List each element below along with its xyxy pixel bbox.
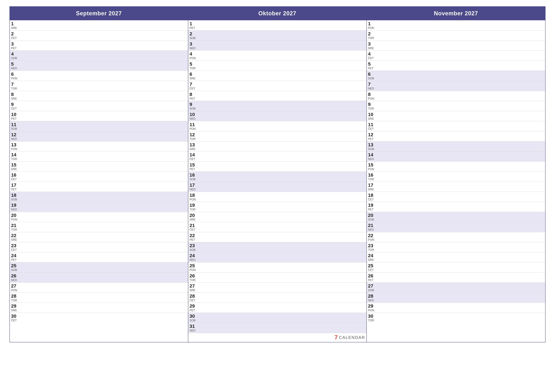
day-name: PET	[11, 117, 20, 121]
day-number: 28	[368, 293, 377, 299]
day-number: 11	[190, 122, 198, 127]
day-row: 23ČET	[10, 242, 188, 252]
day-info: 16ČET	[11, 172, 20, 181]
day-number: 1	[368, 21, 377, 26]
day-number: 1	[190, 21, 198, 26]
day-row: 29PON	[367, 303, 545, 313]
day-row: 30TOR	[367, 313, 545, 323]
day-row: 1PET	[188, 20, 366, 30]
day-number: 14	[190, 152, 198, 157]
day-info: 9SOB	[190, 102, 198, 110]
day-row: 13PON	[10, 141, 188, 151]
day-number: 16	[11, 172, 20, 178]
day-name: NED	[190, 329, 198, 332]
day-name: PET	[190, 309, 198, 312]
day-number: 2	[11, 31, 20, 36]
day-info: 20SRE	[190, 213, 198, 221]
day-name: PET	[368, 137, 377, 141]
day-row: 29PET	[188, 303, 366, 313]
day-name: TOR	[11, 87, 20, 90]
day-row: 12TOR	[188, 131, 366, 141]
day-info: 19TOR	[190, 202, 198, 211]
day-name: PON	[368, 27, 377, 30]
day-number: 24	[190, 253, 198, 258]
day-row: 16ČET	[10, 171, 188, 182]
day-row: 25SOB	[10, 262, 188, 272]
day-number: 20	[11, 213, 20, 218]
day-number: 6	[190, 71, 198, 77]
day-info: 12PET	[368, 132, 377, 141]
day-info: 4SOB	[11, 51, 20, 60]
day-row: 12PET	[367, 131, 545, 141]
day-name: PON	[190, 269, 198, 272]
day-row: 10NED	[188, 111, 366, 121]
day-number: 15	[190, 162, 198, 167]
day-info: 28ČET	[190, 293, 198, 302]
day-row: 9TOR	[367, 101, 545, 111]
day-number: 8	[190, 92, 198, 97]
day-number: 29	[368, 303, 377, 308]
day-row: 19TOR	[188, 202, 366, 212]
day-number: 22	[368, 233, 377, 238]
month-header-2: Oktober 2027	[188, 7, 366, 20]
day-info: 22SRE	[11, 233, 20, 242]
day-info: 10PET	[11, 112, 20, 121]
day-row: 11PON	[188, 121, 366, 131]
day-number: 10	[190, 112, 198, 117]
day-name: NED	[11, 137, 20, 141]
day-info: 12TOR	[190, 132, 198, 141]
day-row: 20SOB	[367, 212, 545, 222]
day-name: SRE	[11, 27, 20, 30]
day-info: 17SRE	[368, 182, 377, 191]
day-number: 7	[368, 82, 377, 87]
day-info: 3PET	[11, 41, 20, 50]
day-row: 20SRE	[188, 212, 366, 222]
day-info: 15PET	[190, 162, 198, 171]
day-row: 18SOB	[10, 192, 188, 202]
day-number: 21	[368, 223, 377, 228]
day-info: 4ČET	[368, 51, 377, 60]
day-number: 16	[190, 172, 198, 178]
day-row: 23SOB	[188, 242, 366, 252]
day-row: 4ČET	[367, 50, 545, 61]
day-row: 4PON	[188, 50, 366, 61]
day-info: 18SOB	[11, 192, 20, 201]
day-info: 26PET	[368, 273, 377, 282]
day-row: 28ČET	[188, 292, 366, 303]
day-number: 16	[368, 172, 377, 178]
day-name: NED	[190, 117, 198, 121]
day-info: 24PET	[11, 253, 20, 262]
day-row: 1PON	[367, 20, 545, 30]
day-number: 11	[368, 122, 377, 127]
day-info: 24NED	[190, 253, 198, 262]
day-info: 6PON	[11, 71, 20, 80]
day-name: TOR	[368, 319, 377, 322]
day-info: 7NED	[368, 82, 377, 90]
day-number: 17	[368, 182, 377, 188]
day-number: 18	[368, 192, 377, 198]
day-name: TOR	[368, 37, 377, 40]
day-name: SRE	[11, 309, 20, 312]
day-row: 21NED	[367, 222, 545, 232]
day-row: 24PET	[10, 252, 188, 262]
day-name: NED	[368, 87, 377, 90]
day-row: 9ČET	[10, 101, 188, 111]
day-number: 19	[190, 202, 198, 208]
day-info: 8PET	[190, 92, 198, 100]
day-number: 29	[190, 303, 198, 308]
day-info: 21TOR	[11, 223, 20, 231]
calendar-grid: September 20271SRE2ČET3PET4SOB5NED6PON7T…	[9, 6, 546, 342]
day-number: 31	[190, 324, 198, 329]
day-number: 2	[368, 31, 377, 36]
day-number: 27	[368, 283, 377, 288]
day-info: 27SRE	[190, 283, 198, 292]
day-number: 3	[190, 41, 198, 46]
day-name: SOB	[190, 37, 198, 40]
day-info: 7TOR	[11, 82, 20, 90]
day-name: ČET	[190, 157, 198, 161]
day-name: PON	[368, 168, 377, 171]
day-info: 22PET	[190, 233, 198, 242]
brand-text: CALENDAR	[339, 335, 365, 340]
day-info: 9ČET	[11, 102, 20, 110]
day-row: 19PET	[367, 202, 545, 212]
